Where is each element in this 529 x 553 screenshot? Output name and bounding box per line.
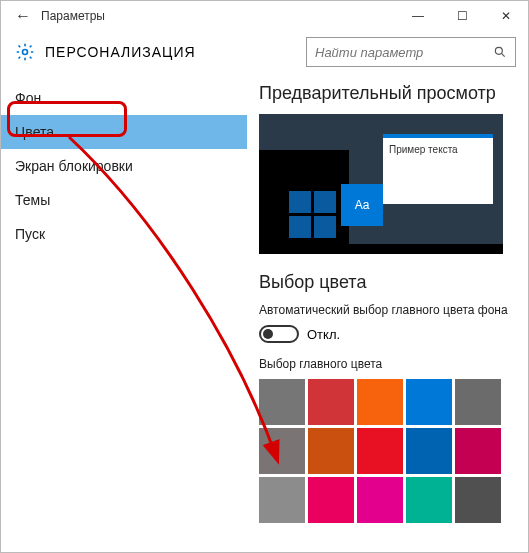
color-swatch[interactable] [308,477,354,523]
color-swatch[interactable] [406,477,452,523]
sidebar: Фон Цвета Экран блокировки Темы Пуск [1,73,247,553]
color-swatch[interactable] [357,477,403,523]
minimize-button[interactable]: — [396,1,440,31]
gear-icon [15,42,35,62]
window-title: Параметры [37,9,396,23]
page-title: ПЕРСОНАЛИЗАЦИЯ [45,44,196,60]
auto-color-label: Автоматический выбор главного цвета фона [259,303,516,317]
toggle-track[interactable] [259,325,299,343]
color-swatch[interactable] [259,428,305,474]
svg-line-2 [501,53,504,56]
color-swatch[interactable] [308,379,354,425]
preview-sample-window: Пример текста [383,134,493,204]
svg-point-1 [495,47,502,54]
color-heading: Выбор цвета [259,272,516,293]
color-swatch[interactable] [259,477,305,523]
titlebar: ← Параметры — ☐ ✕ [1,1,528,31]
color-swatch[interactable] [308,428,354,474]
preview-heading: Предварительный просмотр [259,83,516,104]
color-palette [259,379,516,523]
back-button[interactable]: ← [9,7,37,25]
sidebar-item-lockscreen[interactable]: Экран блокировки [1,149,247,183]
svg-point-0 [23,50,28,55]
color-swatch[interactable] [455,379,501,425]
sidebar-item-start[interactable]: Пуск [1,217,247,251]
color-swatch[interactable] [259,379,305,425]
main-panel: Предварительный просмотр Aa Пример текст… [247,73,528,553]
preview-image: Aa Пример текста [259,114,503,254]
toggle-state-label: Откл. [307,327,340,342]
preview-tiles [289,191,336,238]
search-icon [493,45,507,59]
color-swatch[interactable] [455,477,501,523]
header: ПЕРСОНАЛИЗАЦИЯ [1,31,528,73]
preview-aa-tile: Aa [341,184,383,226]
color-swatch[interactable] [455,428,501,474]
toggle-thumb [263,329,273,339]
color-swatch[interactable] [406,428,452,474]
preview-sample-text: Пример текста [389,144,458,155]
accent-label: Выбор главного цвета [259,357,516,371]
sidebar-item-themes[interactable]: Темы [1,183,247,217]
close-button[interactable]: ✕ [484,1,528,31]
search-box[interactable] [306,37,516,67]
color-swatch[interactable] [357,428,403,474]
search-input[interactable] [315,45,493,60]
preview-taskbar [259,244,503,254]
sidebar-item-colors[interactable]: Цвета [1,115,247,149]
auto-color-toggle[interactable]: Откл. [259,325,516,343]
sidebar-item-background[interactable]: Фон [1,81,247,115]
color-swatch[interactable] [406,379,452,425]
maximize-button[interactable]: ☐ [440,1,484,31]
color-swatch[interactable] [357,379,403,425]
